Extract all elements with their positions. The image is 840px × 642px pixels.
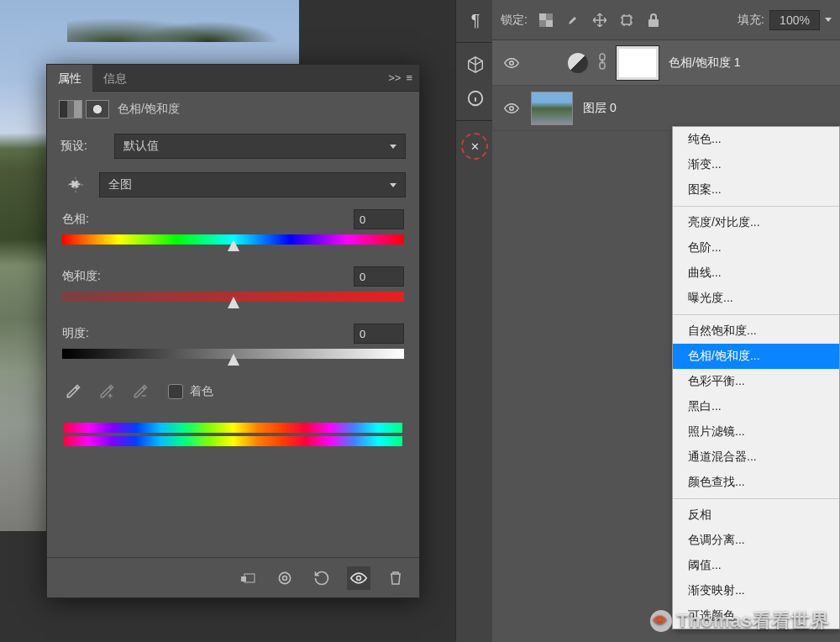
hue-slider-thumb[interactable] — [228, 239, 239, 251]
menu-curves[interactable]: 曲线... — [673, 260, 839, 286]
fill-label: 填充: — [738, 13, 764, 28]
paragraph-icon[interactable]: ¶ — [456, 3, 495, 37]
layer-name[interactable]: 图层 0 — [583, 101, 617, 116]
hue-slider[interactable] — [62, 234, 404, 245]
clip-to-layer-icon[interactable] — [236, 566, 260, 590]
preset-value: 默认值 — [123, 139, 159, 154]
layer-mask-thumbnail[interactable] — [617, 46, 659, 80]
svg-point-2 — [279, 572, 290, 583]
collapse-icon[interactable]: >> — [388, 71, 401, 84]
eyedropper-icon[interactable] — [62, 381, 84, 403]
colorize-checkbox[interactable] — [168, 384, 183, 399]
colorize-label: 着色 — [190, 384, 213, 399]
lock-position-icon[interactable] — [590, 10, 610, 30]
eyedropper-subtract-icon[interactable] — [129, 381, 151, 403]
color-range-dropdown[interactable]: 全图 — [99, 172, 406, 197]
result-color-strip — [64, 436, 402, 446]
reset-icon[interactable] — [310, 566, 333, 590]
canvas-trees-overlay — [67, 0, 302, 42]
preset-label: 预设: — [60, 139, 106, 154]
svg-rect-1 — [241, 576, 246, 581]
fill-value-box[interactable]: 100% — [769, 10, 820, 30]
eyedropper-add-icon[interactable] — [96, 381, 118, 403]
menu-exposure[interactable]: 曝光度... — [673, 286, 839, 311]
panel-tab-bar: 属性 信息 >> ≡ — [47, 65, 419, 92]
mask-icon — [86, 100, 109, 118]
menu-gradient-map[interactable]: 渐变映射... — [673, 578, 839, 603]
svg-point-3 — [283, 576, 287, 580]
svg-rect-10 — [648, 19, 659, 27]
menu-solid-color[interactable]: 纯色... — [673, 127, 839, 152]
link-icon[interactable] — [598, 53, 606, 72]
toggle-visibility-icon[interactable] — [347, 566, 370, 590]
layer-visibility-icon[interactable] — [502, 103, 521, 113]
layer-name[interactable]: 色相/饱和度 1 — [669, 55, 741, 71]
hue-input[interactable] — [354, 209, 404, 229]
preset-dropdown[interactable]: 默认值 — [114, 134, 406, 159]
adjustment-layer-menu: 纯色... 渐变... 图案... 亮度/对比度... 色阶... 曲线... … — [672, 126, 840, 629]
lightness-input[interactable] — [354, 324, 404, 344]
layer-row-adjustment[interactable]: 色相/饱和度 1 — [492, 40, 840, 86]
lightness-slider-thumb[interactable] — [228, 354, 239, 366]
menu-black-white[interactable]: 黑白... — [673, 394, 839, 419]
menu-hue-saturation[interactable]: 色相/饱和度... — [673, 344, 839, 369]
targeted-adjustment-tool[interactable] — [60, 176, 91, 194]
menu-separator — [673, 498, 839, 499]
menu-vibrance[interactable]: 自然饱和度... — [673, 318, 839, 344]
properties-panel: 属性 信息 >> ≡ 色相/饱和度 预设: 默认值 全图 色相: — [46, 64, 420, 598]
weibo-icon: 👁 — [650, 610, 672, 632]
adjustment-title: 色相/饱和度 — [118, 102, 180, 117]
fill-value: 100% — [780, 13, 810, 27]
adjustment-layer-icon — [568, 53, 588, 73]
saturation-input[interactable] — [354, 266, 404, 287]
menu-separator — [673, 314, 839, 315]
tab-info[interactable]: 信息 — [92, 65, 138, 92]
delete-icon[interactable] — [384, 566, 407, 590]
lock-transparent-icon[interactable] — [536, 10, 556, 30]
3d-panel-icon[interactable] — [456, 48, 495, 82]
saturation-slider[interactable] — [62, 292, 404, 302]
lightness-label: 明度: — [62, 326, 89, 341]
lock-paint-icon[interactable] — [563, 10, 583, 30]
close-tool-icon[interactable]: ✕ — [461, 133, 488, 160]
lightness-slider[interactable] — [62, 349, 404, 359]
menu-threshold[interactable]: 阈值... — [673, 553, 839, 578]
layer-visibility-icon[interactable] — [502, 58, 521, 68]
watermark-text: Thomas看看世界 — [677, 608, 830, 634]
menu-color-lookup[interactable]: 颜色查找... — [673, 470, 839, 495]
panel-footer — [47, 557, 419, 597]
menu-gradient[interactable]: 渐变... — [673, 152, 839, 177]
chevron-down-icon[interactable] — [825, 18, 832, 22]
tab-properties[interactable]: 属性 — [47, 65, 92, 92]
info-icon[interactable] — [456, 82, 495, 115]
svg-rect-7 — [539, 13, 546, 20]
menu-brightness[interactable]: 亮度/对比度... — [673, 210, 839, 235]
menu-levels[interactable]: 色阶... — [673, 235, 839, 260]
vertical-toolbar: ¶ ✕ — [455, 0, 494, 642]
menu-pattern[interactable]: 图案... — [673, 177, 839, 203]
panel-menu-icon[interactable]: ≡ — [406, 71, 412, 84]
svg-rect-8 — [546, 20, 553, 27]
hue-label: 色相: — [62, 212, 89, 227]
adjustment-icon — [59, 100, 82, 118]
saturation-label: 饱和度: — [62, 269, 101, 284]
menu-color-balance[interactable]: 色彩平衡... — [673, 369, 839, 394]
chevron-down-icon — [390, 145, 396, 149]
saturation-slider-thumb[interactable] — [228, 297, 239, 308]
lock-all-icon[interactable] — [643, 10, 664, 30]
menu-invert[interactable]: 反相 — [673, 503, 839, 528]
menu-channel-mixer[interactable]: 通道混合器... — [673, 445, 839, 470]
source-color-strip — [64, 423, 402, 433]
lock-artboard-icon[interactable] — [617, 10, 637, 30]
layer-thumbnail[interactable] — [531, 92, 573, 125]
chevron-down-icon — [390, 183, 396, 187]
menu-posterize[interactable]: 色调分离... — [673, 528, 839, 553]
previous-state-icon[interactable] — [273, 566, 297, 590]
layer-row-background[interactable]: 图层 0 — [492, 86, 840, 131]
svg-point-11 — [510, 61, 514, 65]
svg-point-4 — [357, 576, 361, 580]
menu-separator — [673, 206, 839, 207]
menu-photo-filter[interactable]: 照片滤镜... — [673, 419, 839, 445]
svg-rect-9 — [622, 16, 631, 24]
range-value: 全图 — [108, 177, 132, 192]
